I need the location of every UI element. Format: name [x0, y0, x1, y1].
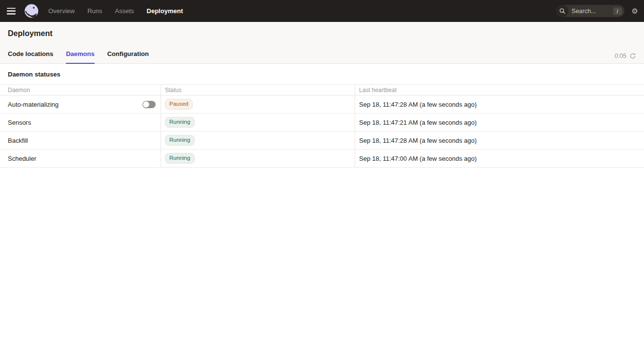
daemon-status-table: Daemon Status Last heartbeat Auto-materi… [0, 84, 644, 168]
tab-daemons[interactable]: Daemons [66, 50, 95, 64]
page-header: Deployment Code locations Daemons Config… [0, 22, 644, 64]
table-row: Scheduler Running Sep 18, 11:47:00 AM (a… [0, 150, 644, 168]
nav-item-runs[interactable]: Runs [87, 7, 102, 15]
status-badge: Paused [165, 99, 193, 110]
table-row: Sensors Running Sep 18, 11:47:21 AM (a f… [0, 114, 644, 132]
search-input[interactable] [568, 8, 613, 15]
daemon-toggle[interactable] [142, 101, 156, 108]
tabs-row: Code locations Daemons Configuration 0:0… [0, 44, 644, 64]
top-nav: Overview Runs Assets Deployment / ⚙ [0, 0, 644, 22]
column-header-status: Status [161, 85, 355, 95]
content: Daemon statuses Daemon Status Last heart… [0, 64, 644, 168]
nav-right: / ⚙ [556, 5, 638, 17]
search-shortcut-key: / [613, 7, 622, 15]
refresh-area: 0:05 [615, 53, 636, 64]
gear-icon[interactable]: ⚙ [632, 7, 638, 15]
last-heartbeat: Sep 18, 11:47:00 AM (a few seconds ago) [359, 155, 477, 162]
search-icon [556, 5, 568, 17]
last-heartbeat: Sep 18, 11:47:28 AM (a few seconds ago) [359, 101, 477, 108]
section-title: Daemon statuses [0, 64, 644, 84]
table-row: Backfill Running Sep 18, 11:47:28 AM (a … [0, 132, 644, 150]
page-title: Deployment [8, 29, 636, 38]
daemon-name: Auto-materializing [8, 101, 59, 108]
status-badge: Running [165, 153, 195, 164]
column-header-daemon: Daemon [0, 85, 161, 95]
nav-item-assets[interactable]: Assets [115, 7, 134, 15]
search-box[interactable]: / [556, 5, 624, 17]
daemon-name: Backfill [8, 137, 28, 144]
last-heartbeat: Sep 18, 11:47:28 AM (a few seconds ago) [359, 137, 477, 144]
column-header-last-heartbeat: Last heartbeat [355, 85, 644, 95]
last-heartbeat: Sep 18, 11:47:21 AM (a few seconds ago) [359, 119, 477, 126]
daemon-name: Sensors [8, 119, 31, 126]
tab-configuration[interactable]: Configuration [107, 50, 149, 64]
status-badge: Running [165, 135, 195, 146]
nav-item-deployment[interactable]: Deployment [147, 7, 183, 15]
table-row: Auto-materializing Paused Sep 18, 11:47:… [0, 95, 644, 114]
dagster-logo[interactable] [23, 3, 40, 19]
nav-item-overview[interactable]: Overview [48, 7, 75, 15]
refresh-icon[interactable] [629, 53, 636, 59]
refresh-countdown: 0:05 [615, 53, 626, 59]
toggle-knob [143, 101, 149, 108]
tab-code-locations[interactable]: Code locations [8, 50, 53, 64]
nav-links: Overview Runs Assets Deployment [48, 7, 183, 15]
table-header-row: Daemon Status Last heartbeat [0, 84, 644, 95]
daemon-name: Scheduler [8, 155, 37, 162]
hamburger-menu-icon[interactable] [7, 8, 16, 15]
status-badge: Running [165, 117, 195, 128]
